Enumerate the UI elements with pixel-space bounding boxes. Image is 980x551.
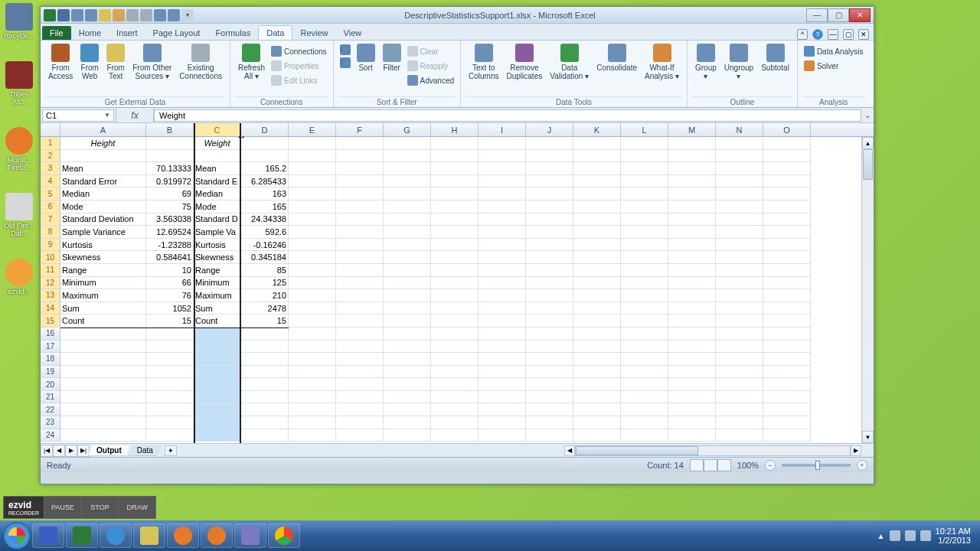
- cell-A8[interactable]: Sample Variance: [60, 226, 146, 239]
- cell-I23[interactable]: [479, 416, 526, 429]
- cell-K1[interactable]: [573, 137, 621, 150]
- column-header-N[interactable]: N: [716, 123, 763, 136]
- cell-I9[interactable]: [479, 239, 526, 252]
- cell-O21[interactable]: [763, 391, 811, 404]
- cell-L2[interactable]: [621, 150, 668, 163]
- cell-N22[interactable]: [716, 403, 763, 416]
- cell-N6[interactable]: [716, 201, 763, 214]
- cell-H2[interactable]: [431, 150, 479, 163]
- cell-N13[interactable]: [716, 289, 763, 302]
- from-access-button[interactable]: FromAccess: [45, 42, 76, 82]
- cell-E12[interactable]: [289, 277, 336, 290]
- cell-E9[interactable]: [289, 239, 336, 252]
- row-header-2[interactable]: 2: [41, 150, 60, 163]
- cell-H4[interactable]: [431, 175, 479, 188]
- row-header-16[interactable]: 16: [41, 328, 60, 341]
- ungroup-button[interactable]: Ungroup▾: [721, 42, 756, 82]
- cell-D19[interactable]: [241, 366, 289, 379]
- cell-E15[interactable]: [289, 315, 336, 328]
- cell-B20[interactable]: [146, 378, 194, 391]
- cell-N3[interactable]: [716, 162, 763, 175]
- taskbar-word[interactable]: [32, 523, 64, 548]
- cell-B3[interactable]: 70.13333: [146, 162, 194, 175]
- cell-M8[interactable]: [668, 226, 716, 239]
- whatif-analysis-button[interactable]: What-IfAnalysis ▾: [642, 42, 682, 82]
- row-header-13[interactable]: 13: [41, 289, 60, 302]
- cell-I7[interactable]: [479, 214, 526, 227]
- cell-C12[interactable]: Minimum: [194, 277, 241, 290]
- cell-F14[interactable]: [336, 302, 384, 315]
- cell-C2[interactable]: [194, 150, 241, 163]
- cell-C11[interactable]: Range: [194, 264, 241, 277]
- cell-E6[interactable]: [289, 201, 336, 214]
- column-header-O[interactable]: O: [763, 123, 811, 136]
- horizontal-scrollbar[interactable]: [575, 445, 851, 456]
- vertical-scrollbar[interactable]: ▲ ▼: [861, 137, 874, 443]
- cell-N18[interactable]: [716, 353, 763, 366]
- cell-E11[interactable]: [289, 264, 336, 277]
- row-header-11[interactable]: 11: [41, 264, 60, 277]
- cell-F3[interactable]: [336, 162, 384, 175]
- row-header-7[interactable]: 7: [41, 214, 60, 227]
- cell-A16[interactable]: [60, 328, 146, 341]
- cell-F8[interactable]: [336, 226, 384, 239]
- cell-O3[interactable]: [763, 162, 811, 175]
- sheet-tab-output[interactable]: Output: [88, 445, 130, 456]
- tab-view[interactable]: View: [336, 26, 370, 40]
- cell-B24[interactable]: [146, 429, 194, 442]
- cell-M15[interactable]: [668, 315, 716, 328]
- cell-L5[interactable]: [621, 187, 668, 201]
- cell-C19[interactable]: [194, 366, 241, 379]
- help-icon[interactable]: ?: [812, 29, 823, 40]
- hscroll-left-button[interactable]: ◀: [564, 445, 575, 456]
- cell-I6[interactable]: [479, 201, 526, 214]
- cell-F22[interactable]: [336, 403, 384, 416]
- cell-N16[interactable]: [716, 328, 763, 341]
- cell-A1[interactable]: Height: [60, 137, 146, 150]
- cell-L13[interactable]: [621, 289, 668, 302]
- cell-A5[interactable]: Median: [60, 187, 146, 201]
- cell-H5[interactable]: [431, 187, 479, 201]
- cell-N19[interactable]: [716, 366, 763, 379]
- cell-D21[interactable]: [241, 391, 289, 404]
- cell-M2[interactable]: [668, 150, 716, 163]
- column-header-L[interactable]: L: [621, 123, 668, 136]
- cell-G14[interactable]: [384, 302, 431, 315]
- cell-C18[interactable]: [194, 353, 241, 366]
- row-header-6[interactable]: 6: [41, 201, 60, 214]
- hscroll-right-button[interactable]: ▶: [851, 445, 861, 456]
- cell-N15[interactable]: [716, 315, 763, 328]
- cell-B15[interactable]: 15: [146, 315, 194, 328]
- cell-B11[interactable]: 10: [146, 264, 194, 277]
- cell-M5[interactable]: [668, 187, 716, 201]
- cell-J24[interactable]: [526, 429, 573, 442]
- cell-C3[interactable]: Mean: [194, 162, 241, 175]
- cell-L11[interactable]: [621, 264, 668, 277]
- column-header-B[interactable]: B: [146, 123, 194, 136]
- cell-K6[interactable]: [573, 201, 621, 214]
- vscroll-thumb[interactable]: [863, 149, 873, 180]
- qat-redo-icon[interactable]: [85, 9, 97, 21]
- cell-O13[interactable]: [763, 289, 811, 302]
- cell-N4[interactable]: [716, 175, 763, 188]
- cell-K2[interactable]: [573, 150, 621, 163]
- row-header-8[interactable]: 8: [41, 226, 60, 239]
- qat-save-icon[interactable]: [57, 9, 70, 21]
- cell-H3[interactable]: [431, 162, 479, 175]
- cell-D16[interactable]: [241, 328, 289, 341]
- cell-C20[interactable]: [194, 378, 241, 391]
- cell-M20[interactable]: [668, 378, 716, 391]
- cell-J9[interactable]: [526, 239, 573, 252]
- column-header-J[interactable]: J: [526, 123, 573, 136]
- minimize-button[interactable]: —: [806, 8, 828, 22]
- tray-clock[interactable]: 10:21 AM 1/2/2013: [936, 527, 971, 545]
- cell-K12[interactable]: [573, 277, 621, 290]
- cell-M17[interactable]: [668, 341, 716, 354]
- cell-B5[interactable]: 69: [146, 187, 194, 201]
- cell-N8[interactable]: [716, 226, 763, 239]
- cell-G13[interactable]: [384, 289, 431, 302]
- cell-L4[interactable]: [621, 175, 668, 188]
- taskbar-chrome[interactable]: [268, 523, 300, 548]
- cell-M19[interactable]: [668, 366, 716, 379]
- cell-C23[interactable]: [194, 416, 241, 429]
